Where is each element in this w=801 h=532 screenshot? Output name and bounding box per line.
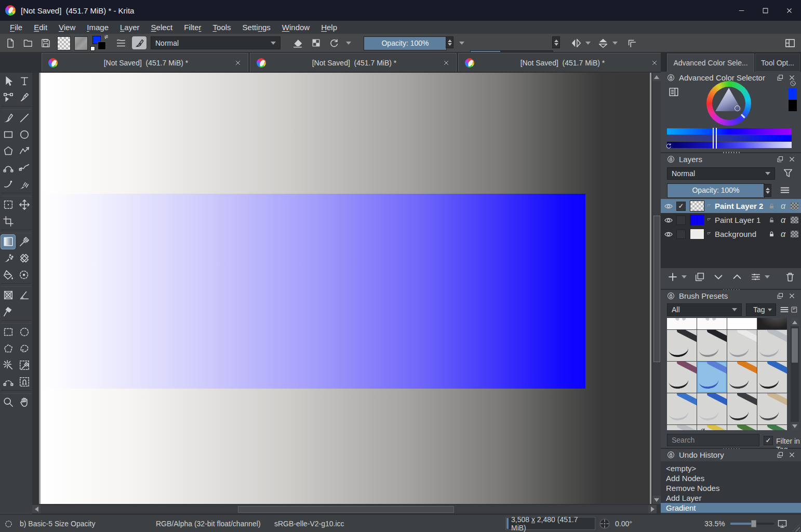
panel-lock-icon[interactable] (667, 155, 675, 163)
layer-row-paint-layer-2[interactable]: ✓Paint Layer 2α (661, 199, 801, 213)
tool-transform-select-button[interactable] (0, 73, 16, 89)
selection-indicator-icon[interactable] (4, 520, 13, 528)
inherit-alpha-icon[interactable] (791, 217, 798, 223)
menu-tools[interactable]: Tools (207, 23, 237, 32)
tool-smart-patch-button[interactable] (16, 250, 32, 267)
value-bar[interactable] (667, 142, 792, 148)
undo-item-addnodes[interactable]: Add Nodes (661, 473, 801, 483)
tool-line-button[interactable] (16, 110, 32, 126)
color-history-icon[interactable] (665, 142, 673, 150)
brush-preset-thumbnail[interactable] (667, 318, 697, 329)
float-panel-icon[interactable] (776, 74, 784, 82)
layer-thumbnail[interactable] (690, 229, 704, 240)
tool-magnetic-select-button[interactable] (16, 374, 32, 390)
scroll-right-button[interactable] (648, 505, 657, 513)
layer-visibility-icon[interactable] (664, 216, 673, 225)
brush-search-input[interactable]: Search (667, 434, 759, 446)
document-tab-1[interactable]: [Not Saved] (451.7 MiB) * (42, 53, 248, 72)
zoom-slider[interactable] (730, 515, 774, 532)
inherit-alpha-icon[interactable] (791, 231, 798, 237)
selector-settings-icon[interactable] (668, 86, 679, 98)
reload-preset-button[interactable] (328, 36, 340, 49)
gradient-chooser[interactable] (57, 36, 71, 50)
layer-checkbox[interactable]: ✓ (676, 202, 686, 211)
float-panel-icon[interactable] (776, 451, 784, 459)
undo-item-empty[interactable]: <empty> (661, 463, 801, 473)
tool-move-button[interactable] (16, 196, 32, 213)
mirror-vertical-button[interactable] (596, 36, 610, 49)
scroll-left-button[interactable] (32, 505, 41, 513)
tool-rectangle-button[interactable] (0, 126, 16, 143)
blending-mode-dropdown[interactable]: Normal (151, 36, 281, 49)
brush-detail-view-icon[interactable] (791, 304, 798, 315)
alpha-lock-icon[interactable]: α (781, 230, 785, 239)
tool-colorize-mask-button[interactable] (0, 250, 16, 267)
close-panel-icon[interactable] (788, 292, 796, 300)
hue-bar[interactable] (667, 128, 792, 135)
color-wheel[interactable] (706, 81, 751, 126)
menu-settings[interactable]: Settings (237, 23, 276, 32)
tag-button[interactable]: Tag (746, 303, 776, 316)
fit-to-screen-icon[interactable] (777, 518, 787, 529)
layer-blending-mode-dropdown[interactable]: Normal (667, 167, 775, 180)
dock-tab-advanced-color-selector[interactable]: Advanced Color Sele... (667, 54, 754, 72)
undo-item-removenodes[interactable]: Remove Nodes (661, 483, 801, 493)
tool-enclose-fill-button[interactable] (16, 267, 32, 283)
resize-grip[interactable] (793, 524, 800, 531)
layer-thumbnail[interactable] (690, 201, 704, 211)
tool-reference-images-button[interactable] (0, 303, 16, 320)
menu-layer[interactable]: Layer (114, 23, 145, 32)
brush-preset-thumbnail[interactable] (667, 425, 697, 430)
menu-select[interactable]: Select (145, 23, 179, 32)
layer-checkbox[interactable] (676, 230, 686, 239)
layer-checkbox[interactable] (676, 216, 686, 225)
brush-preset-thumbnail[interactable] (757, 362, 787, 393)
add-layer-icon[interactable] (667, 271, 678, 283)
close-panel-icon[interactable] (788, 155, 796, 163)
tool-rect-select-button[interactable] (0, 324, 16, 340)
tool-fill-button[interactable] (0, 267, 16, 283)
menu-file[interactable]: File (4, 23, 28, 32)
tool-freehand-brush-button[interactable] (0, 110, 16, 126)
menu-window[interactable]: Window (276, 23, 315, 32)
swap-colors-icon[interactable] (104, 34, 110, 40)
move-layer-down-icon[interactable] (713, 271, 724, 283)
brush-preset-thumbnail[interactable] (727, 425, 757, 430)
panel-lock-icon[interactable] (667, 451, 675, 459)
opacity-spinbox[interactable] (446, 36, 453, 48)
tool-ellipse-select-button[interactable] (16, 324, 32, 340)
layer-properties-dropdown[interactable] (765, 275, 770, 278)
alpha-lock-icon[interactable]: α (781, 202, 785, 211)
brush-grid-scrollbar[interactable] (791, 318, 799, 430)
brush-filter-dropdown[interactable]: All (667, 303, 742, 316)
scroll-up-button[interactable] (791, 318, 799, 326)
brush-preset-thumbnail[interactable] (667, 362, 697, 393)
menu-filter[interactable]: Filter (178, 23, 207, 32)
tool-freehand-select-button[interactable] (16, 340, 32, 357)
brush-preset-thumbnail[interactable] (697, 393, 727, 424)
delete-layer-icon[interactable] (784, 271, 796, 283)
tool-gradient-button[interactable] (0, 233, 16, 250)
tool-calligraphy-button[interactable] (16, 89, 32, 106)
new-document-button[interactable] (4, 36, 17, 49)
brush-view-options-icon[interactable] (779, 304, 790, 315)
previous-color-swatch[interactable] (789, 100, 797, 111)
menu-help[interactable]: Help (315, 23, 343, 32)
tool-color-sampler-button[interactable] (16, 233, 32, 250)
tool-text-button[interactable] (16, 73, 32, 89)
duplicate-layer-icon[interactable] (694, 271, 705, 283)
panel-lock-icon[interactable] (667, 292, 675, 300)
scroll-down-button[interactable] (652, 496, 661, 504)
minimize-button[interactable] (729, 0, 753, 21)
scroll-up-button[interactable] (652, 73, 661, 81)
tool-ellipse-button[interactable] (16, 126, 32, 143)
tool-multibrush-button[interactable] (16, 176, 32, 193)
tool-bezier-select-button[interactable] (0, 374, 16, 390)
foreground-background-colors[interactable] (90, 36, 109, 49)
brush-scrollbar-thumb[interactable] (792, 328, 798, 363)
close-tab-icon[interactable] (443, 59, 450, 66)
tool-freehand-path-button[interactable] (16, 159, 32, 176)
layer-visibility-icon[interactable] (664, 202, 673, 211)
unlock-icon[interactable] (768, 216, 776, 224)
opacity-dropdown[interactable] (457, 36, 466, 49)
